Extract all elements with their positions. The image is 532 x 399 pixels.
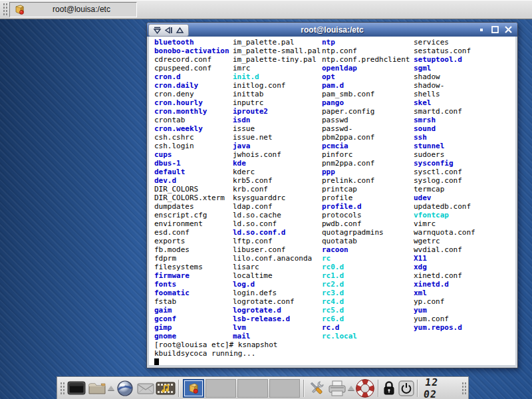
file-entry: warnquota.conf xyxy=(414,228,475,237)
file-entry: termcap xyxy=(414,185,475,194)
file-entry: esd.conf xyxy=(154,228,229,237)
file-entry: isdn xyxy=(233,116,321,124)
window-controls xyxy=(477,25,517,35)
terminal-icon[interactable] xyxy=(66,378,87,398)
printer-icon[interactable] xyxy=(327,378,347,398)
file-entry: yum xyxy=(414,306,475,315)
mail-icon[interactable] xyxy=(136,378,156,398)
window-title: root@louisa:/etc xyxy=(147,25,517,35)
file-entry: pinforc xyxy=(322,150,410,159)
file-entry: issue.net xyxy=(233,133,321,142)
file-entry: initlog.conf xyxy=(233,81,321,90)
arrow-up-icon[interactable] xyxy=(348,386,354,390)
maximize-icon[interactable] xyxy=(490,25,500,35)
folder-icon[interactable] xyxy=(86,378,107,398)
arrow-up-icon[interactable] xyxy=(108,386,114,390)
panel-handle[interactable] xyxy=(2,2,7,17)
file-entry: fdprm xyxy=(154,254,229,263)
file-entry: ssh xyxy=(414,133,475,142)
file-column-4: servicessestatus.confsetuptool.dsgmlshad… xyxy=(414,38,475,332)
file-entry: rc6.d xyxy=(322,315,410,323)
multimedia-icon[interactable] xyxy=(156,378,176,398)
file-entry: imrc xyxy=(233,64,321,72)
shell-prompt-line: [root@louisa etc]# ksnapshot xyxy=(154,340,277,349)
file-entry: im_palette-tiny.pal xyxy=(233,55,321,64)
taskbar-window-button[interactable]: root@louisa:/etc xyxy=(9,2,137,17)
file-entry: fstab xyxy=(154,297,229,306)
file-entry: ntp xyxy=(322,38,410,47)
file-entry: wvdial.conf xyxy=(414,245,475,254)
file-entry: rc1.d xyxy=(322,271,410,280)
file-entry: log.d xyxy=(233,280,321,289)
file-entry: protocols xyxy=(322,211,410,219)
file-entry: quotatab xyxy=(322,237,410,245)
terminal-window: root@louisa:/etc bluetoothbonobo-activat… xyxy=(146,22,518,368)
close-icon[interactable] xyxy=(503,25,513,35)
empty-task-button[interactable] xyxy=(205,379,236,398)
file-entry: DIR_COLORS.xterm xyxy=(154,194,229,202)
file-entry: pcmcia xyxy=(322,142,410,150)
file-entry: krb.conf xyxy=(233,185,321,194)
file-entry: cron.daily xyxy=(154,81,229,90)
globe-icon[interactable] xyxy=(115,378,136,398)
panel-divider xyxy=(178,380,180,397)
file-entry: rc.local xyxy=(322,332,410,340)
file-entry: environment xyxy=(154,219,229,228)
file-entry: pam.d xyxy=(322,81,410,90)
file-entry: kde xyxy=(233,159,321,168)
file-entry: lvm xyxy=(233,323,321,332)
file-entry: mail xyxy=(233,332,321,340)
file-entry: xinetd.conf xyxy=(414,271,475,280)
file-entry: gaim xyxy=(154,306,229,315)
file-entry: cron.d xyxy=(154,72,229,81)
file-entry: crontab xyxy=(154,116,229,124)
file-entry: inittab xyxy=(233,90,321,98)
file-entry: cron.monthly xyxy=(154,107,229,116)
help-lifesaver-icon[interactable] xyxy=(355,378,376,398)
status-line: kbuildsycoca running... xyxy=(154,349,277,358)
file-entry: logrotate.conf xyxy=(233,297,321,306)
file-entry: rc4.d xyxy=(322,297,410,306)
file-entry: xinetd.d xyxy=(414,280,475,289)
panel-handle[interactable] xyxy=(461,381,466,396)
power-icon[interactable] xyxy=(398,378,416,398)
file-column-2: im_palette.palim_palette-small.palim_pal… xyxy=(233,38,321,340)
file-entry: dev.d xyxy=(154,176,229,185)
file-entry: syslog.conf xyxy=(414,176,475,185)
file-entry: passwd xyxy=(322,116,410,124)
panel-handle[interactable] xyxy=(59,381,65,396)
file-entry: updatedb.conf xyxy=(414,202,475,211)
file-entry: firmware xyxy=(154,271,229,280)
file-entry: bonobo-activation xyxy=(154,47,229,55)
terminal-footer: [root@louisa etc]# ksnapshot kbuildsycoc… xyxy=(154,340,277,365)
terminal-output[interactable]: bluetoothbonobo-activationcdrecord.confc… xyxy=(149,37,515,365)
file-entry: inputrc xyxy=(233,98,321,107)
file-entry: skel xyxy=(414,98,475,107)
file-entry: ntp.conf xyxy=(322,47,410,55)
active-task-button[interactable] xyxy=(183,379,204,398)
file-entry: quotagrpadmins xyxy=(322,228,410,237)
empty-task-button[interactable] xyxy=(269,379,300,398)
file-entry: gimp xyxy=(154,323,229,332)
file-entry: libuser.conf xyxy=(233,245,321,254)
file-entry: cron.weekly xyxy=(154,124,229,133)
window-titlebar[interactable]: root@louisa:/etc xyxy=(147,23,517,37)
tools-icon[interactable] xyxy=(307,378,327,398)
file-entry: gnome xyxy=(154,332,229,340)
file-entry: rc0.d xyxy=(322,263,410,271)
file-entry: yum.conf xyxy=(414,315,475,323)
taskbar-window-label: root@louisa:/etc xyxy=(31,5,132,14)
file-entry: racoon xyxy=(322,245,410,254)
file-entry: fb.modes xyxy=(154,245,229,254)
panel-divider xyxy=(378,380,379,397)
lock-icon[interactable] xyxy=(381,378,398,398)
terminal-cursor xyxy=(154,358,159,365)
file-entry: ksysguarddrc xyxy=(233,194,321,202)
bottom-panel: 12 02 xyxy=(57,376,469,399)
file-entry: logrotate.d xyxy=(233,306,321,315)
minimize-icon[interactable] xyxy=(477,25,487,35)
file-entry: smrsh xyxy=(414,116,475,124)
empty-task-button[interactable] xyxy=(237,379,268,398)
file-entry: default xyxy=(154,168,229,176)
panel-clock[interactable]: 12 02 xyxy=(423,376,458,399)
